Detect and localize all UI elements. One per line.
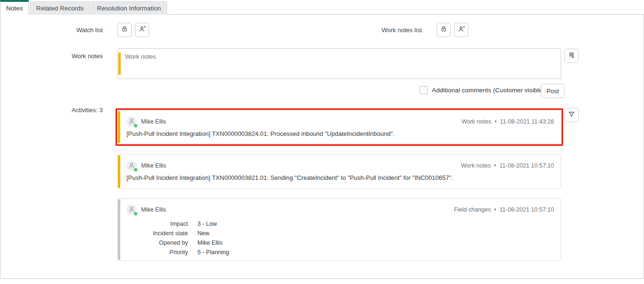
watch-list-lock-button[interactable]	[117, 23, 132, 37]
presence-indicator	[134, 212, 138, 216]
field-change-label: Priority	[126, 249, 188, 256]
work-notes-list-add-user-button[interactable]	[454, 23, 468, 37]
entry-accent-bar	[118, 199, 120, 260]
work-notes-label: Work notes	[0, 53, 103, 60]
entry-timestamp: 11-08-2021 10:57:10	[500, 206, 554, 213]
field-change-value: New	[197, 230, 229, 237]
activity-meta: Work notes • 11-08-2021 10:57:10	[461, 162, 554, 169]
work-notes-list-label: Work notes list	[320, 27, 422, 34]
tab-strip: Notes Related Records Resolution Informa…	[0, 0, 168, 15]
notes-tab-page: Notes Related Records Resolution Informa…	[0, 0, 644, 284]
work-notes-input[interactable]	[122, 49, 560, 79]
watch-list-add-user-button[interactable]	[135, 23, 149, 37]
lock-icon	[121, 25, 128, 35]
entry-type: Field changes	[454, 206, 491, 213]
avatar	[126, 204, 137, 215]
field-change-label: Incident state	[126, 230, 188, 237]
entry-accent-bar	[118, 155, 120, 188]
activity-card[interactable]: Mike Ellis Work notes • 11-08-2021 10:57…	[117, 154, 561, 189]
field-change-value: 5 - Planning	[197, 249, 229, 256]
presence-indicator	[134, 124, 138, 128]
activity-message: [Push-Pull Incident Integration] TXN0000…	[126, 130, 554, 137]
add-user-icon	[138, 25, 146, 35]
entry-type: Work notes	[461, 162, 491, 169]
activity-message: [Push-Pull Incident Integration] TXN0000…	[126, 174, 554, 181]
field-change-value: 3 - Low	[197, 221, 229, 227]
post-button[interactable]: Post	[541, 84, 564, 98]
field-change-label: Opened by	[126, 240, 188, 246]
add-user-icon	[457, 25, 465, 35]
avatar	[126, 160, 137, 171]
meta-separator: •	[494, 206, 496, 213]
author-name: Mike Ellis	[141, 206, 166, 213]
tab-resolution-information[interactable]: Resolution Information	[91, 1, 167, 15]
activity-stream-toggle-button[interactable]	[564, 49, 579, 63]
activity-stream-icon	[568, 51, 575, 61]
activities-label: Activities: 3	[0, 106, 103, 114]
tab-notes[interactable]: Notes	[0, 0, 29, 15]
field-change-value: Mike Ellis	[197, 240, 229, 246]
activity-card[interactable]: Mike Ellis Work notes • 11-08-2021 11:43…	[117, 110, 561, 144]
field-change-label: Impact	[126, 221, 188, 227]
meta-separator: •	[494, 118, 496, 125]
entry-timestamp: 11-08-2021 10:57:10	[500, 162, 554, 169]
author-name: Mike Ellis	[141, 118, 166, 125]
activity-author: Mike Ellis	[126, 116, 166, 127]
activity-header: Mike Ellis Work notes • 11-08-2021 11:43…	[126, 116, 554, 127]
activity-meta: Work notes • 11-08-2021 11:43:28	[461, 118, 554, 125]
work-notes-list-lock-button[interactable]	[437, 23, 451, 37]
additional-comments-checkbox[interactable]	[420, 86, 428, 94]
presence-indicator	[134, 168, 138, 172]
lock-icon	[440, 25, 447, 35]
entry-type: Work notes	[461, 118, 491, 125]
activity-header: Mike Ellis Field changes • 11-08-2021 10…	[126, 204, 554, 215]
activity-author: Mike Ellis	[126, 204, 166, 215]
watch-list-label: Watch list	[0, 27, 103, 34]
notes-panel: Watch list Work notes list Work notes	[0, 14, 644, 279]
meta-separator: •	[494, 162, 496, 169]
filter-icon	[568, 110, 575, 120]
activity-meta: Field changes • 11-08-2021 10:57:10	[454, 206, 554, 213]
mandatory-field-bar	[118, 53, 121, 75]
activity-author: Mike Ellis	[126, 160, 166, 171]
tab-related-records[interactable]: Related Records	[30, 1, 90, 15]
additional-comments-label: Additional comments (Customer visible)	[432, 87, 545, 94]
author-name: Mike Ellis	[141, 162, 166, 169]
activity-card[interactable]: Mike Ellis Field changes • 11-08-2021 10…	[117, 198, 561, 261]
work-notes-field-wrap	[117, 48, 561, 79]
activity-header: Mike Ellis Work notes • 11-08-2021 10:57…	[126, 160, 554, 171]
field-changes-list: Impact 3 - Low Incident state New Opened…	[126, 221, 229, 256]
entry-timestamp: 11-08-2021 11:43:28	[500, 118, 554, 125]
entry-accent-bar	[118, 111, 120, 143]
avatar	[126, 116, 137, 127]
activities-filter-button[interactable]	[564, 108, 579, 122]
